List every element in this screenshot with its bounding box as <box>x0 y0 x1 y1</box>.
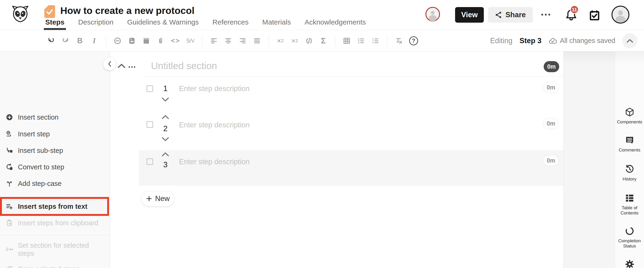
tab-guidelines-warnings[interactable]: Guidelines & Warnings <box>127 18 199 30</box>
sidebar-item-insert-section[interactable]: Insert section <box>0 111 110 124</box>
sidebar-item-insert-steps-from-clipboard[interactable]: Insert steps from clipboard <box>0 216 110 229</box>
cloud-check-icon <box>548 37 557 44</box>
header: How to create a new protocol Steps Descr… <box>0 0 644 30</box>
section-duration-badge[interactable]: 0m <box>544 61 559 72</box>
panel-item-history[interactable]: History <box>615 164 644 182</box>
section-menu-icon[interactable] <box>128 66 135 68</box>
new-step-label: New <box>155 194 170 203</box>
protocol-editor-app: How to create a new protocol Steps Descr… <box>0 0 644 268</box>
raccoon-logo-icon[interactable] <box>11 4 30 25</box>
step-description-input[interactable]: Enter step description <box>179 84 250 93</box>
panel-item-comments[interactable]: Comments <box>615 135 644 153</box>
section-collapse-icon[interactable] <box>117 63 126 68</box>
toolbar-divider <box>106 35 106 47</box>
table-of-contents-icon <box>625 193 634 203</box>
collapse-sidebar-button[interactable] <box>103 58 116 70</box>
step-duration-badge[interactable]: 0m <box>543 118 559 129</box>
sidebar-item-label: Insert step <box>18 130 50 138</box>
section-divider <box>142 76 564 77</box>
help-icon[interactable]: ? <box>409 35 418 47</box>
align-left-icon[interactable] <box>210 35 218 47</box>
step-duration-badge[interactable]: 0m <box>543 155 559 166</box>
set-section-icon <box>6 246 13 253</box>
sidebar-item-insert-step[interactable]: Insert step <box>0 127 110 141</box>
step-checkbox[interactable] <box>146 121 153 128</box>
italic-icon[interactable]: I <box>90 35 98 47</box>
tab-description[interactable]: Description <box>78 18 114 30</box>
step-checkbox[interactable] <box>146 85 153 92</box>
bullet-list-icon[interactable] <box>357 35 365 47</box>
toolbar-divider <box>387 35 387 47</box>
insert-step-icon <box>6 130 13 138</box>
panel-item-completion-status[interactable]: Completion Status <box>615 226 644 249</box>
selected-step-row-highlight <box>139 150 564 186</box>
move-step-down-icon[interactable] <box>161 137 170 142</box>
share-label: Share <box>506 11 526 19</box>
section-title-input[interactable]: Untitled section <box>151 60 217 71</box>
collapse-toolbar-button[interactable] <box>622 33 638 48</box>
chevron-left-icon <box>108 61 112 67</box>
sidebar-item-copy-selected[interactable]: Copy selected steps <box>0 262 110 268</box>
align-center-icon[interactable] <box>224 35 232 47</box>
toolbar-divider <box>335 35 335 47</box>
sidebar-item-convert-to-step[interactable]: Convert to step <box>0 160 110 174</box>
tab-acknowledgements[interactable]: Acknowledgements <box>304 18 366 30</box>
sidebar-item-insert-sub-step[interactable]: Insert sub-step <box>0 144 110 157</box>
step-description-input[interactable]: Enter step description <box>179 121 250 129</box>
insert-sub-step-icon <box>6 147 13 154</box>
panel-item-label: History <box>617 177 642 182</box>
fraction-icon[interactable]: 5/V <box>186 35 194 47</box>
panel-item-superusers[interactable]: Superusers <box>615 259 644 268</box>
protocol-doc-icon <box>44 5 55 18</box>
panel-item-components[interactable]: Components <box>615 107 644 124</box>
gear-icon <box>625 259 634 268</box>
panel-item-label: Completion Status <box>617 238 642 249</box>
step-checkbox[interactable] <box>146 158 153 165</box>
sidebar-item-set-section[interactable]: Set section for selected steps <box>0 240 110 258</box>
step-description-input[interactable]: Enter step description <box>179 158 250 166</box>
cube-icon <box>625 107 634 117</box>
editing-label: Editing <box>490 37 512 45</box>
copy-check-icon <box>6 265 13 268</box>
step-duration-badge[interactable]: 0m <box>543 82 559 93</box>
view-button[interactable]: View <box>455 7 484 23</box>
bold-icon[interactable]: B <box>76 35 84 47</box>
calendar-check-icon[interactable] <box>588 9 601 22</box>
move-step-up-icon[interactable] <box>161 152 170 157</box>
tab-steps[interactable]: Steps <box>45 18 64 30</box>
link-icon[interactable] <box>114 35 122 47</box>
sidebar-item-label: Add step-case <box>18 180 62 188</box>
tab-materials[interactable]: Materials <box>262 18 291 30</box>
attachment-icon[interactable] <box>157 35 165 47</box>
toolbar-divider <box>268 35 269 47</box>
inline-code-icon[interactable]: <> <box>171 35 180 47</box>
sidebar-item-add-step-case[interactable]: Add step-case <box>0 177 110 190</box>
person-icon <box>618 10 623 15</box>
align-justify-icon[interactable] <box>253 35 261 47</box>
superscript-icon[interactable]: ×2 <box>276 35 284 47</box>
more-options-icon[interactable] <box>541 14 550 16</box>
move-step-down-icon[interactable] <box>161 97 170 102</box>
user-avatar[interactable] <box>612 6 630 24</box>
clear-formatting-icon[interactable] <box>395 35 403 47</box>
image-icon[interactable] <box>128 35 136 47</box>
redo-icon[interactable] <box>62 35 70 47</box>
subscript-icon[interactable]: ×2 <box>291 35 299 47</box>
undo-icon[interactable] <box>47 35 55 47</box>
formula-icon[interactable]: Σ <box>320 35 328 47</box>
align-right-icon[interactable] <box>238 35 246 47</box>
panel-item-table-of-contents[interactable]: Table of Contents <box>615 193 644 216</box>
numbered-list-icon[interactable]: 123 <box>372 35 380 47</box>
share-button[interactable]: Share <box>488 7 533 23</box>
code-block-icon[interactable] <box>305 35 313 47</box>
step-number: 2 <box>163 124 168 133</box>
toolbar-status: Editing Step 3 All changes saved <box>490 30 638 51</box>
new-step-button[interactable]: New <box>141 191 174 206</box>
svg-text:3: 3 <box>372 42 374 44</box>
move-step-up-icon[interactable] <box>161 115 170 119</box>
table-icon[interactable] <box>343 35 351 47</box>
video-icon[interactable] <box>142 35 150 47</box>
tab-references[interactable]: References <box>212 18 248 30</box>
collaborator-avatar[interactable] <box>426 7 440 22</box>
step-number: 1 <box>163 84 168 93</box>
